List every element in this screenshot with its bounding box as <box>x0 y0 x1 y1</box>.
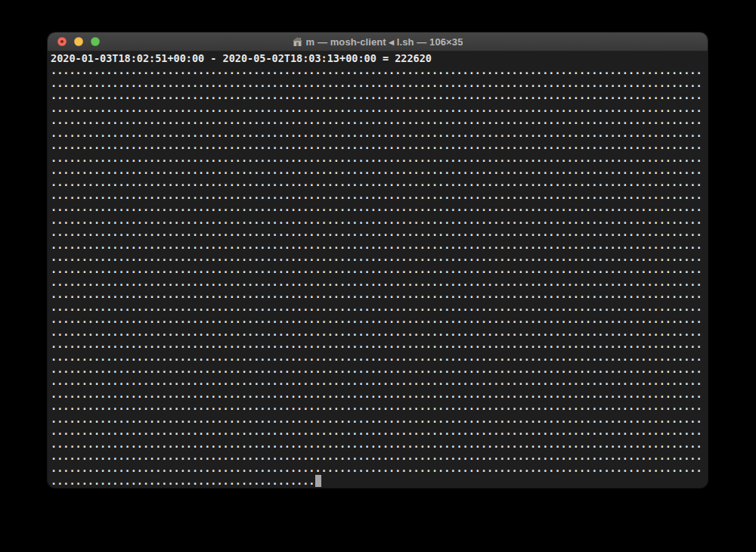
home-folder-icon[interactable] <box>293 37 302 46</box>
terminal-dot-row: ........................................… <box>51 176 705 188</box>
terminal-dot-row: ........................................… <box>51 338 705 350</box>
terminal-dot-row: ........................................… <box>51 301 705 313</box>
terminal-dot-row: ........................................… <box>51 363 705 375</box>
terminal-dot-row: ........................................… <box>51 276 705 288</box>
terminal-dot-row: ........................................… <box>51 313 705 325</box>
terminal-dot-row-partial: ........................................… <box>51 475 705 487</box>
terminal-dot-row: ........................................… <box>51 251 705 263</box>
window-title: m — mosh-client ◂ l.sh — 106×35 <box>306 36 463 48</box>
terminal-window: m — mosh-client ◂ l.sh — 106×35 2020-01-… <box>48 33 708 488</box>
document-modified-dot <box>60 40 64 43</box>
terminal-dot-row: ........................................… <box>51 413 705 425</box>
terminal-dot-row: ........................................… <box>51 450 705 462</box>
terminal-dot-row: ........................................… <box>51 127 705 139</box>
terminal-dot-row: ........................................… <box>51 239 705 251</box>
terminal-dot-row: ........................................… <box>51 114 705 126</box>
terminal-dot-row: ........................................… <box>51 462 705 474</box>
terminal-dot-row: ........................................… <box>51 64 705 76</box>
terminal-dot-row: ........................................… <box>51 77 705 89</box>
terminal-dot-row: ........................................… <box>51 89 705 101</box>
traffic-lights <box>57 33 100 51</box>
close-button[interactable] <box>57 37 67 46</box>
terminal-dot-row: ........................................… <box>51 438 705 450</box>
terminal-dot-row: ........................................… <box>51 139 705 151</box>
terminal-dot-row: ........................................… <box>51 288 705 300</box>
window-title-group: m — mosh-client ◂ l.sh — 106×35 <box>293 36 463 48</box>
terminal-dot-row: ........................................… <box>51 189 705 201</box>
terminal-dot-row: ........................................… <box>51 201 705 213</box>
titlebar[interactable]: m — mosh-client ◂ l.sh — 106×35 <box>48 33 708 51</box>
terminal-dot-row: ........................................… <box>51 152 705 164</box>
terminal-dot-row: ........................................… <box>51 351 705 363</box>
terminal-dot-row: ........................................… <box>51 400 705 412</box>
zoom-button[interactable] <box>91 37 100 46</box>
terminal-header-line: 2020-01-03T18:02:51+00:00 - 2020-05-02T1… <box>51 52 705 64</box>
terminal-dot-row: ........................................… <box>51 425 705 437</box>
terminal-dot-row: ........................................… <box>51 326 705 338</box>
terminal-dot-row: ........................................… <box>51 388 705 400</box>
terminal-cursor <box>315 475 321 487</box>
terminal-dot-row: ........................................… <box>51 214 705 226</box>
minimize-button[interactable] <box>74 37 83 46</box>
terminal-dot-row: ........................................… <box>51 226 705 238</box>
terminal-dot-row: ........................................… <box>51 164 705 176</box>
terminal-dot-row: ........................................… <box>51 102 705 114</box>
terminal-screen[interactable]: 2020-01-03T18:02:51+00:00 - 2020-05-02T1… <box>48 51 708 487</box>
terminal-dot-row: ........................................… <box>51 263 705 275</box>
terminal-dot-row: ........................................… <box>51 375 705 387</box>
